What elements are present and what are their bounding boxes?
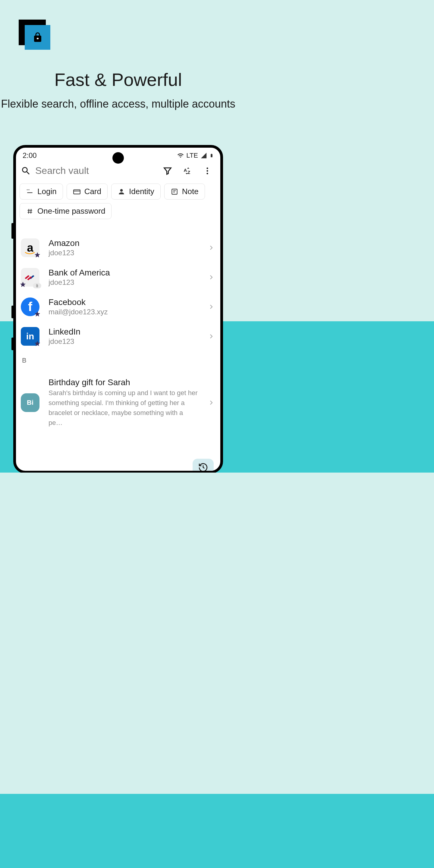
app-logo bbox=[19, 20, 50, 50]
list-item[interactable]: a Amazon jdoe123 bbox=[16, 233, 220, 262]
section-header-b: B bbox=[16, 351, 220, 366]
chevron-right-icon bbox=[207, 332, 216, 341]
svg-rect-10 bbox=[73, 190, 80, 194]
item-title: Amazon bbox=[49, 239, 198, 248]
chip-otp[interactable]: One-time password bbox=[20, 203, 112, 219]
svg-text:***: *** bbox=[27, 188, 30, 191]
chip-label: One-time password bbox=[37, 207, 105, 216]
star-icon bbox=[20, 281, 26, 288]
avatar-linkedin: in bbox=[21, 327, 39, 346]
chevron-right-icon bbox=[207, 273, 216, 281]
list-item[interactable]: in LinkedIn jdoe123 bbox=[16, 321, 220, 351]
svg-text:A: A bbox=[184, 167, 187, 173]
chevron-right-icon bbox=[207, 244, 216, 252]
phone-camera-notch bbox=[113, 152, 124, 164]
chip-label: Identity bbox=[129, 187, 154, 196]
history-fab[interactable] bbox=[193, 459, 214, 471]
svg-point-7 bbox=[207, 173, 208, 174]
item-sub: jdoe123 bbox=[49, 249, 198, 257]
svg-point-6 bbox=[207, 170, 208, 172]
search-input[interactable] bbox=[35, 165, 159, 176]
chip-note[interactable]: Note bbox=[164, 184, 205, 199]
chip-label: Note bbox=[182, 187, 198, 196]
hero-title: Fast & Powerful bbox=[0, 69, 236, 90]
hero-subtitle: Flexible search, offline access, multipl… bbox=[0, 97, 236, 111]
svg-text:Z: Z bbox=[187, 170, 190, 175]
more-icon[interactable] bbox=[203, 166, 212, 176]
status-network: LTE bbox=[186, 152, 198, 159]
item-title: Facebook bbox=[49, 298, 198, 307]
chip-login[interactable]: *** Login bbox=[20, 184, 63, 199]
phone-frame: 2:00 LTE AZ *** Login Card Identity bbox=[13, 145, 223, 472]
battery-icon bbox=[210, 152, 214, 159]
avatar-amazon: a bbox=[21, 239, 39, 257]
item-title: Bank of America bbox=[49, 268, 198, 278]
item-title: Birthday gift for Sarah bbox=[49, 378, 198, 387]
svg-point-12 bbox=[120, 189, 123, 192]
svg-point-2 bbox=[37, 38, 38, 39]
filter-chips: *** Login Card Identity Note One-time pa… bbox=[16, 184, 220, 224]
star-icon bbox=[34, 252, 41, 258]
search-icon[interactable] bbox=[21, 166, 31, 176]
chip-label: Login bbox=[37, 187, 57, 196]
svg-line-19 bbox=[31, 209, 31, 213]
chevron-right-icon bbox=[207, 303, 216, 311]
search-row: AZ bbox=[16, 161, 220, 184]
chip-label: Card bbox=[84, 187, 101, 196]
history-icon bbox=[198, 462, 208, 472]
hash-icon bbox=[26, 207, 34, 215]
avatar-note: Bi bbox=[21, 393, 39, 412]
item-title: LinkedIn bbox=[49, 327, 198, 337]
avatar-facebook: f bbox=[21, 298, 39, 316]
star-icon bbox=[34, 311, 41, 317]
star-icon bbox=[34, 340, 41, 347]
svg-rect-9 bbox=[27, 192, 32, 193]
filter-icon[interactable] bbox=[163, 166, 172, 176]
list-item[interactable]: f Facebook mail@jdoe123.xyz bbox=[16, 292, 220, 321]
item-sub: jdoe123 bbox=[49, 278, 198, 287]
svg-line-18 bbox=[29, 209, 29, 213]
person-icon bbox=[118, 188, 125, 195]
item-sub: jdoe123 bbox=[49, 337, 198, 346]
chevron-right-icon bbox=[207, 398, 216, 407]
status-time: 2:00 bbox=[23, 151, 37, 160]
item-sub: mail@jdoe123.xyz bbox=[49, 308, 198, 316]
attachment-icon bbox=[33, 283, 41, 288]
card-icon bbox=[73, 188, 81, 195]
password-icon: *** bbox=[26, 188, 34, 195]
chip-identity[interactable]: Identity bbox=[111, 184, 161, 199]
list-item[interactable]: Bank of America jdoe123 bbox=[16, 262, 220, 292]
sort-az-icon[interactable]: AZ bbox=[183, 166, 192, 176]
avatar-boa bbox=[21, 268, 39, 287]
chip-card[interactable]: Card bbox=[67, 184, 107, 199]
svg-point-5 bbox=[207, 167, 208, 169]
wifi-icon bbox=[177, 152, 184, 159]
item-body: Sarah's birthday is coming up and I want… bbox=[49, 388, 198, 428]
vault-list: a Amazon jdoe123 Bank of America jdoe123 bbox=[16, 224, 220, 433]
note-icon bbox=[170, 188, 179, 195]
signal-icon bbox=[200, 152, 207, 159]
list-item[interactable]: Bi Birthday gift for Sarah Sarah's birth… bbox=[16, 366, 220, 433]
lock-icon bbox=[32, 31, 43, 44]
